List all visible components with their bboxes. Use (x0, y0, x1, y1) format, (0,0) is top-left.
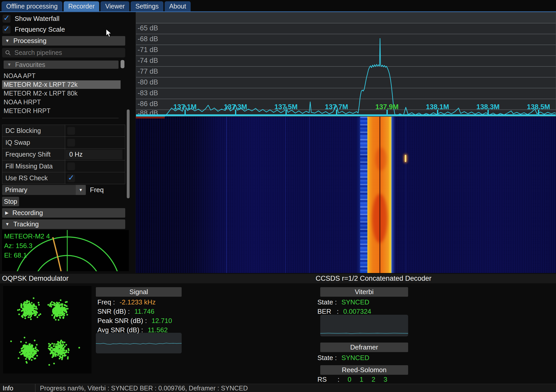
settings-checkbox[interactable] (67, 127, 75, 135)
pipeline-item[interactable]: METEOR M2-x LRPT 80k (2, 89, 121, 98)
settings-checkbox[interactable] (67, 163, 75, 170)
show-waterfall-checkbox[interactable]: ✓ (3, 15, 11, 23)
recording-header-label: Recording (12, 209, 43, 217)
rs-colon: : (338, 376, 339, 384)
favourites-label: Favourites (15, 61, 45, 69)
frequency-shift-input[interactable]: 0 Hz (66, 149, 122, 159)
fft-frequency-tick (336, 110, 337, 116)
signal-stat-row: SNR (dB) :11.746 (97, 308, 154, 316)
tracking-polar-plot: METEOR-M2 4 Az: 156.3 El: 68.1 (2, 230, 129, 271)
fft-frequency-tick (487, 110, 489, 116)
processing-section-header[interactable]: ▼ Processing (2, 36, 125, 46)
fft-frequency-tick (386, 110, 388, 116)
settings-checkbox[interactable] (67, 139, 75, 147)
reed-solomon-section-header: Reed-Solomon (320, 365, 408, 375)
signal-header-label: Signal (129, 288, 148, 296)
fft-frequency-tick (184, 110, 186, 116)
settings-label: DC Blocking (2, 125, 65, 137)
demodulator-title: OQPSK Demodulator (2, 275, 69, 283)
fft-spectrum-plot[interactable]: -65 dB-68 dB-71 dB-74 dB-77 dB-80 dB-83 … (136, 12, 556, 117)
show-waterfall-row: ✓ Show Waterfall (3, 14, 60, 23)
tab-about[interactable]: About (165, 1, 191, 11)
search-icon (5, 50, 11, 56)
viterbi-header-label: Viterbi (355, 288, 374, 296)
settings-row: Use RS Check✓ (2, 172, 125, 184)
settings-value-cell (65, 160, 125, 172)
search-input[interactable] (14, 49, 118, 57)
pipeline-settings-table: DC BlockingIQ SwapFrequency Shift0 HzFil… (2, 125, 125, 184)
constellation-diagram (3, 286, 91, 373)
rs-value: 1 (360, 376, 363, 383)
frequency-scale-checkbox[interactable]: ✓ (3, 25, 11, 33)
signal-stat-label: SNR (dB) : (97, 308, 130, 316)
waterfall-faint-line (285, 117, 286, 273)
source-row: Primary ▼ Freq (2, 185, 128, 195)
check-icon: ✓ (68, 174, 74, 182)
settings-row: IQ Swap (2, 137, 125, 149)
tracking-header-label: Tracking (13, 220, 39, 228)
signal-stat-value: 12.710 (151, 317, 172, 325)
satellite-track-line (53, 237, 61, 271)
show-waterfall-label: Show Waterfall (15, 15, 60, 23)
settings-label: Fill Missing Data (2, 160, 65, 172)
rs-value: 2 (372, 376, 375, 383)
combo-arrow-button[interactable]: ▼ (76, 185, 86, 195)
source-select[interactable]: Primary ▼ (2, 185, 86, 195)
source-select-label: Freq (90, 186, 104, 194)
bottom-panel-titles: OQPSK Demodulator CCSDS r=1/2 Concatenat… (0, 274, 556, 283)
fft-frequency-tick (285, 110, 287, 116)
rs-label: RS (317, 376, 327, 384)
signal-stat-label: Avg SNR (dB) : (97, 326, 143, 334)
check-icon: ✓ (3, 25, 10, 33)
stop-button[interactable]: Stop (2, 197, 19, 206)
viterbi-ber-row: BER : 0.007324 (317, 308, 371, 316)
settings-label: Frequency Shift (2, 149, 65, 160)
viterbi-state-label: State : (317, 298, 337, 306)
chevron-down-icon: ▼ (5, 222, 10, 227)
deframer-state-row: State : SYNCED (317, 354, 369, 362)
settings-checkbox[interactable]: ✓ (67, 174, 75, 182)
pipeline-item[interactable]: METEOR HRPT (2, 107, 121, 115)
pipeline-list-scrollbar[interactable] (121, 60, 124, 68)
tab-viewer[interactable]: Viewer (100, 1, 129, 11)
tracking-section-header[interactable]: ▼ Tracking (2, 219, 125, 229)
waterfall-faint-line (226, 117, 227, 273)
chevron-down-icon: ▼ (79, 188, 83, 192)
status-bar-message: Progress nan%, Viterbi : SYNCED BER : 0.… (40, 385, 248, 392)
tab-settings[interactable]: Settings (131, 1, 163, 11)
pipeline-search-box[interactable] (2, 48, 125, 57)
settings-label: IQ Swap (2, 137, 65, 148)
rs-value: 3 (384, 376, 387, 383)
status-bar-category: Info (3, 385, 13, 392)
pipeline-item[interactable]: METEOR M2-x LRPT 72k (2, 80, 121, 89)
frequency-scale-label: Frequency Scale (15, 25, 65, 33)
decoder-title: CCSDS r=1/2 Concatenated Decoder (316, 275, 432, 283)
fft-frequency-tick (437, 110, 438, 116)
tab-offline-processing[interactable]: Offline processing (2, 1, 62, 11)
processing-header-label: Processing (13, 37, 47, 45)
waterfall-band-fade (392, 117, 395, 273)
status-bar-divider (35, 384, 36, 392)
reed-solomon-results-row: RS : 0123 (317, 376, 387, 384)
favourites-section-header[interactable]: ▼ Favourites (4, 61, 119, 69)
chevron-down-icon: ▼ (5, 38, 10, 44)
recording-section-header[interactable]: ▶ Recording (2, 208, 125, 218)
waterfall-faint-line (406, 117, 406, 273)
deframer-section-header: Deframer (320, 343, 408, 352)
signal-stat-row: Peak SNR (dB) :12.710 (97, 317, 172, 325)
pipeline-item[interactable]: NOAA HRPT (2, 98, 121, 106)
chevron-down-icon: ▼ (7, 62, 11, 67)
signal-stat-value: 11.746 (134, 308, 155, 316)
ber-history-graph (320, 315, 408, 336)
signal-stat-value: -2.1233 kHz (120, 298, 156, 306)
signal-stat-label: Freq : (97, 298, 115, 306)
sidebar: ✓ Show Waterfall ✓ Frequency Scale ▼ Pro… (0, 12, 131, 273)
settings-row: Frequency Shift0 Hz (2, 149, 125, 160)
main-tab-bar: Offline processingRecorderViewerSettings… (0, 0, 556, 11)
settings-value-cell (65, 125, 125, 137)
waterfall-display (136, 117, 556, 273)
deframer-state-label: State : (317, 354, 337, 362)
tab-recorder[interactable]: Recorder (64, 1, 99, 11)
viterbi-state-row: State : SYNCED (317, 298, 369, 306)
pipeline-item[interactable]: NOAA APT (2, 72, 121, 80)
